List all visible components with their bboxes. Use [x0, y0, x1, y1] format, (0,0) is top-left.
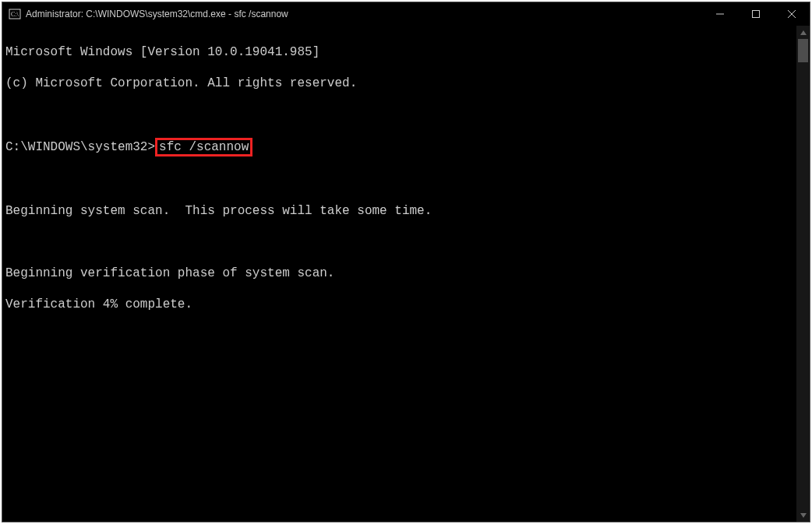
output-blank	[5, 107, 795, 122]
command-highlight: sfc /scannow	[155, 138, 252, 156]
close-button[interactable]	[774, 2, 810, 26]
svg-rect-3	[753, 11, 760, 18]
output-line: Verification 4% complete.	[5, 297, 795, 312]
output-line: Microsoft Windows [Version 10.0.19041.98…	[5, 44, 795, 60]
scroll-up-button[interactable]	[796, 26, 810, 39]
minimize-button[interactable]	[702, 2, 738, 26]
command-text: sfc /scannow	[159, 140, 249, 154]
content-area: Microsoft Windows [Version 10.0.19041.98…	[2, 26, 810, 522]
output-blank	[5, 172, 795, 188]
maximize-button[interactable]	[738, 2, 774, 26]
window-controls	[702, 2, 810, 26]
prompt-path: C:\WINDOWS\system32>	[5, 140, 155, 154]
cmd-window: C:\ Administrator: C:\WINDOWS\system32\c…	[2, 2, 810, 522]
output-line: Beginning system scan. This process will…	[5, 203, 795, 219]
scroll-track[interactable]	[796, 39, 810, 508]
scroll-down-button[interactable]	[796, 508, 810, 522]
scroll-thumb[interactable]	[798, 39, 808, 62]
output-line: Beginning verification phase of system s…	[5, 266, 795, 281]
svg-marker-6	[800, 30, 807, 35]
titlebar[interactable]: C:\ Administrator: C:\WINDOWS\system32\c…	[2, 2, 810, 26]
output-blank	[5, 234, 795, 250]
vertical-scrollbar[interactable]	[796, 26, 810, 522]
terminal-output[interactable]: Microsoft Windows [Version 10.0.19041.98…	[2, 26, 796, 522]
prompt-line: C:\WINDOWS\system32>sfc /scannow	[5, 138, 795, 156]
window-title: Administrator: C:\WINDOWS\system32\cmd.e…	[26, 9, 288, 19]
cmd-icon: C:\	[9, 8, 21, 20]
svg-text:C:\: C:\	[11, 11, 19, 18]
output-line: (c) Microsoft Corporation. All rights re…	[5, 76, 795, 91]
svg-marker-7	[800, 513, 807, 518]
